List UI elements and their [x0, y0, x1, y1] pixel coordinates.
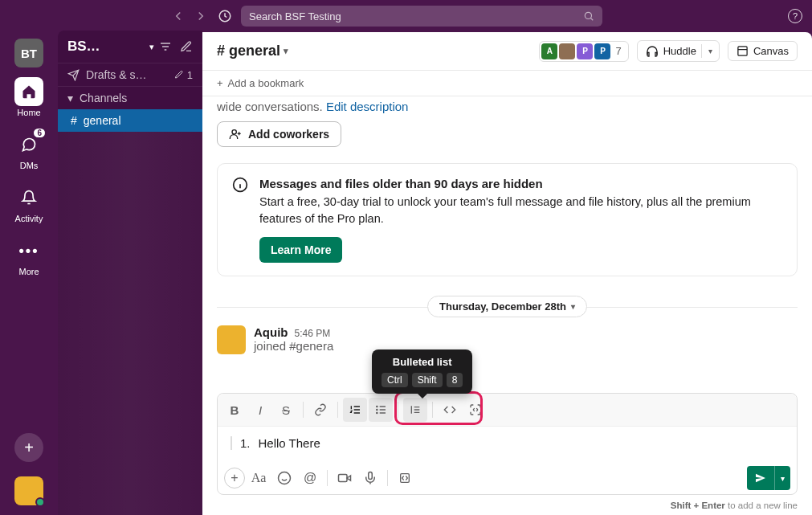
chevron-down-icon[interactable]: ▾	[701, 44, 716, 58]
svg-point-7	[377, 412, 377, 413]
kbd-key: Shift	[412, 373, 443, 387]
rail-dms[interactable]: 6 DMs	[0, 127, 58, 174]
nav-back-icon[interactable]	[170, 8, 186, 24]
caret-down-icon: ▾	[67, 92, 73, 104]
huddle-label: Huddle	[663, 45, 696, 57]
chevron-down-icon: ▾	[284, 46, 288, 56]
presence-indicator	[35, 497, 45, 507]
rail-more[interactable]: ••• More	[0, 233, 58, 280]
composer-hint: Shift + Enter to add a new line	[202, 498, 812, 515]
send-options-button[interactable]: ▾	[774, 466, 790, 490]
drafts-count: 1	[187, 69, 193, 81]
message-time: 5:46 PM	[295, 328, 331, 339]
member-avatars[interactable]: A P P 7	[539, 41, 628, 62]
send-icon	[67, 69, 80, 81]
help-icon[interactable]: ?	[788, 9, 802, 23]
svg-rect-9	[339, 475, 348, 482]
canvas-label: Canvas	[753, 45, 789, 57]
create-new-button[interactable]: +	[14, 433, 43, 462]
rail-activity[interactable]: Activity	[0, 180, 58, 227]
avatar: P	[594, 43, 610, 59]
message-avatar[interactable]	[217, 325, 246, 354]
ordered-list-button[interactable]	[343, 398, 367, 422]
workspace-switcher[interactable]: BT	[14, 39, 43, 67]
sidebar-placeholder	[58, 132, 202, 515]
search-placeholder: Search BSF Testing	[249, 10, 341, 22]
bold-button[interactable]: B	[222, 398, 247, 422]
hint-keys: Shift + Enter	[671, 501, 725, 510]
message-author[interactable]: Aquib	[254, 325, 288, 339]
italic-button[interactable]: I	[248, 398, 272, 422]
home-icon	[14, 77, 43, 106]
svg-point-8	[279, 472, 291, 484]
left-rail: BT Home 6 DMs Activity ••• More +	[0, 32, 58, 515]
bulleted-list-button[interactable]	[369, 398, 393, 422]
channel-description: wide conversations. Edit description	[217, 96, 798, 121]
drafts-label: Drafts & s…	[86, 68, 146, 81]
headphones-icon	[646, 45, 659, 58]
bookmark-label: Add a bookmark	[228, 77, 304, 89]
channel-sidebar: BS… ▾ Drafts & s… 1 ▾ Channels	[58, 31, 202, 515]
hint-rest: to add a new line	[725, 501, 798, 510]
nav-forward-icon[interactable]	[193, 8, 209, 24]
rail-label: More	[18, 267, 39, 276]
format-toolbar: B I S	[218, 394, 797, 427]
format-toggle-button[interactable]: Aa	[247, 466, 271, 490]
svg-point-3	[232, 130, 236, 134]
more-icon: •••	[14, 236, 43, 265]
activity-icon	[14, 183, 43, 212]
canvas-button[interactable]: Canvas	[728, 41, 798, 61]
add-coworkers-label: Add coworkers	[248, 128, 329, 141]
workspace-name: BS…	[67, 39, 145, 55]
svg-point-5	[377, 406, 377, 407]
filter-icon[interactable]	[159, 40, 172, 53]
channel-title-button[interactable]: # general ▾	[217, 43, 288, 59]
canvas-icon	[737, 45, 749, 57]
pencil-icon	[174, 70, 184, 80]
shortcuts-button[interactable]	[393, 466, 417, 490]
code-button[interactable]	[438, 398, 462, 422]
compose-icon[interactable]	[180, 40, 193, 53]
svg-point-6	[377, 409, 377, 410]
edit-description-link[interactable]: Edit description	[326, 100, 409, 113]
info-icon	[232, 177, 248, 193]
video-button[interactable]	[333, 466, 357, 490]
search-input[interactable]: Search BSF Testing	[241, 6, 602, 27]
code-block-button[interactable]	[463, 398, 488, 422]
kbd-key: Ctrl	[382, 373, 408, 387]
add-coworkers-button[interactable]: Add coworkers	[217, 121, 341, 147]
link-button[interactable]	[308, 398, 333, 422]
history-icon[interactable]	[217, 8, 233, 24]
history-hidden-banner: Messages and files older than 90 days ar…	[217, 163, 798, 276]
date-divider[interactable]: Thursday, December 28th ▾	[217, 296, 798, 317]
channels-section-header[interactable]: ▾ Channels	[58, 87, 202, 109]
svg-rect-10	[369, 472, 373, 480]
workspace-header[interactable]: BS… ▾	[58, 31, 202, 63]
add-people-icon	[229, 128, 242, 141]
huddle-button[interactable]: Huddle ▾	[637, 40, 720, 62]
learn-more-button[interactable]: Learn More	[259, 237, 342, 263]
avatar: P	[577, 43, 593, 59]
send-button[interactable]	[747, 466, 774, 490]
plus-icon: +	[217, 77, 223, 89]
audio-button[interactable]	[358, 466, 382, 490]
mention-button[interactable]: @	[298, 466, 322, 490]
add-bookmark-button[interactable]: + Add a bookmark	[202, 71, 812, 96]
strikethrough-button[interactable]: S	[274, 398, 298, 422]
svg-rect-2	[738, 47, 747, 55]
message-input[interactable]: 1. Hello There	[218, 427, 797, 462]
blockquote-button[interactable]	[403, 398, 427, 422]
emoji-button[interactable]	[272, 466, 296, 490]
banner-text: Start a free, 30-day trial to unlock you…	[259, 194, 782, 227]
attach-button[interactable]: +	[224, 468, 245, 488]
channel-item-general[interactable]: # general	[58, 109, 202, 132]
user-avatar[interactable]	[14, 476, 43, 505]
input-text: Hello There	[259, 436, 320, 450]
chevron-down-icon: ▾	[149, 42, 154, 52]
main-content: # general ▾ A P P 7 Huddle ▾	[202, 32, 812, 515]
avatar: A	[541, 43, 557, 59]
rail-home[interactable]: Home	[0, 74, 58, 121]
drafts-row[interactable]: Drafts & s… 1	[58, 63, 202, 87]
rail-label: Activity	[15, 214, 43, 223]
date-label: Thursday, December 28th	[439, 300, 566, 313]
